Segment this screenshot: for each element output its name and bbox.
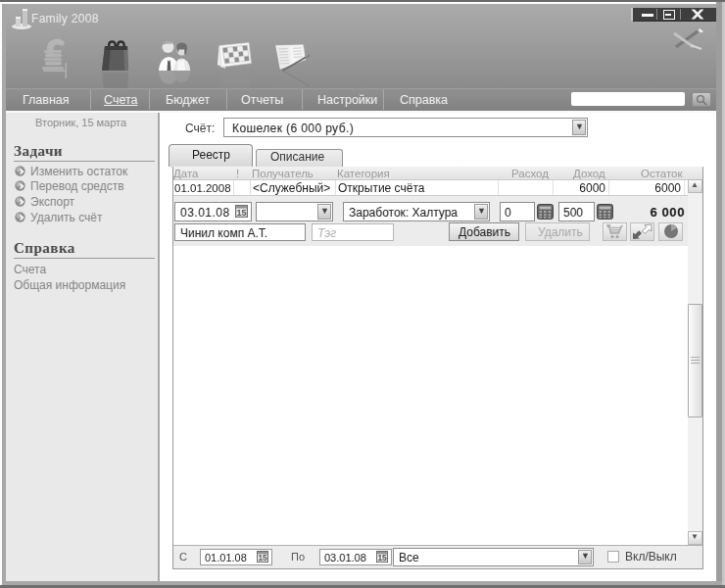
svg-text:15: 15 [236, 208, 246, 218]
svg-text:15: 15 [377, 553, 387, 563]
svg-text:15: 15 [258, 553, 267, 563]
